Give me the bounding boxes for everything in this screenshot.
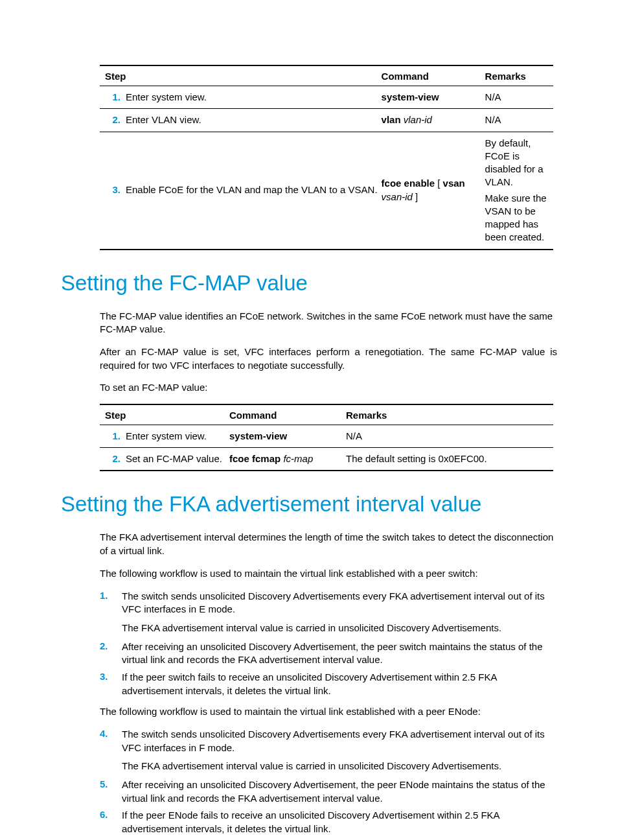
command-bold: system-view [229, 430, 287, 441]
paragraph: To set an FC-MAP value: [100, 381, 557, 395]
list-item: 3. If the peer switch fails to receive a… [100, 671, 557, 697]
table-vlan-fcoe: Step Command Remarks 1.Enter system view… [100, 65, 553, 250]
remarks-text: N/A [485, 86, 553, 109]
paragraph: The FKA advertisement interval determine… [100, 531, 557, 557]
remarks-text: By default, FCoE is disabled for a VLAN. [485, 137, 549, 189]
heading-fka: Setting the FKA advertisement interval v… [61, 492, 557, 517]
list-number: 2. [100, 640, 122, 667]
ordered-list: 4. The switch sends unsolicited Discover… [100, 728, 557, 836]
page: Step Command Remarks 1.Enter system view… [0, 0, 618, 840]
step-number: 1. [105, 430, 120, 443]
paragraph: The following workflow is used to mainta… [100, 567, 557, 581]
command-ital: fc-map [283, 453, 313, 464]
list-item: 1. The switch sends unsolicited Discover… [100, 590, 557, 636]
list-text: If the peer switch fails to receive an u… [122, 671, 557, 697]
remarks-text: Make sure the VSAN to be mapped has been… [485, 192, 549, 244]
list-item: 4. The switch sends unsolicited Discover… [100, 728, 557, 775]
col-remarks: Remarks [485, 65, 553, 86]
list-text: After receiving an unsolicited Discovery… [122, 640, 557, 667]
command-bold: fcoe fcmap [229, 453, 280, 464]
list-subtext: The FKA advertisement interval value is … [122, 622, 557, 635]
list-number: 5. [100, 778, 122, 805]
step-text: Enable FCoE for the VLAN and map the VLA… [126, 183, 378, 196]
list-text: If the peer ENode fails to receive an un… [122, 809, 557, 835]
list-text: After receiving an unsolicited Discovery… [122, 778, 557, 805]
list-text: The switch sends unsolicited Discovery A… [122, 590, 545, 615]
list-number: 1. [100, 590, 122, 636]
ordered-list: 1. The switch sends unsolicited Discover… [100, 590, 557, 698]
list-item: 6. If the peer ENode fails to receive an… [100, 809, 557, 835]
list-number: 3. [100, 671, 122, 697]
paragraph: The FC-MAP value identifies an FCoE netw… [100, 310, 557, 336]
col-step: Step [100, 404, 229, 425]
col-step: Step [100, 65, 382, 86]
list-number: 6. [100, 809, 122, 835]
step-text: Enter system view. [126, 91, 207, 102]
step-number: 1. [105, 91, 120, 104]
list-text: The switch sends unsolicited Discovery A… [122, 729, 545, 753]
step-text: Enter system view. [126, 430, 207, 441]
step-number: 3. [105, 183, 120, 196]
col-remarks: Remarks [346, 404, 553, 425]
remarks-text: The default setting is 0x0EFC00. [346, 448, 553, 471]
command-plain: ] [413, 191, 418, 202]
remarks-text: N/A [346, 425, 553, 447]
list-number: 4. [100, 728, 122, 775]
paragraph: After an FC-MAP value is set, VFC interf… [100, 345, 557, 372]
command-ital: vsan-id [382, 191, 413, 202]
table-row: 1.Enter system view. system-view N/A [100, 86, 553, 109]
list-subtext: The FKA advertisement interval value is … [122, 760, 557, 773]
table-row: 2.Enter VLAN view. vlan vlan-id N/A [100, 109, 553, 132]
col-command: Command [382, 65, 485, 86]
table-fcmap: Step Command Remarks 1.Enter system view… [100, 404, 553, 472]
col-command: Command [229, 404, 346, 425]
command-ital: vlan-id [404, 114, 432, 125]
command-plain: [ [435, 178, 443, 189]
step-text: Set an FC-MAP value. [126, 453, 222, 464]
command-bold: vsan [443, 178, 465, 189]
step-text: Enter VLAN view. [126, 114, 201, 125]
remarks-text: N/A [485, 109, 553, 132]
step-number: 2. [105, 113, 120, 126]
command-bold: fcoe enable [382, 178, 435, 189]
table-header-row: Step Command Remarks [100, 404, 553, 425]
command-bold: vlan [382, 114, 401, 125]
table-row: 3. Enable FCoE for the VLAN and map the … [100, 132, 553, 250]
table-row: 2.Set an FC-MAP value. fcoe fcmap fc-map… [100, 448, 553, 471]
heading-fcmap: Setting the FC-MAP value [61, 271, 557, 296]
list-item: 2. After receiving an unsolicited Discov… [100, 640, 557, 667]
paragraph: The following workflow is used to mainta… [100, 705, 557, 719]
command-bold: system-view [382, 91, 439, 102]
table-header-row: Step Command Remarks [100, 65, 553, 86]
step-number: 2. [105, 452, 120, 465]
table-row: 1.Enter system view. system-view N/A [100, 425, 553, 447]
list-item: 5. After receiving an unsolicited Discov… [100, 778, 557, 805]
